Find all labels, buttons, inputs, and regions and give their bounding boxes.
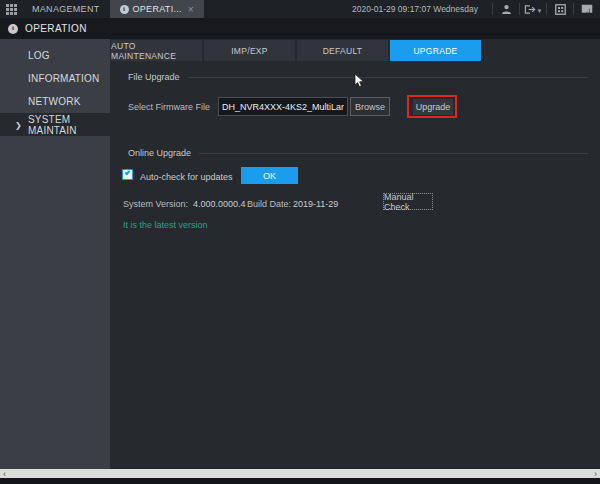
section-title: File Upgrade [128,72,180,82]
tab-upgrade[interactable]: UPGRADE [390,40,481,61]
top-bar: MANAGEMENT i OPERATI... × 2020-01-29 09:… [0,0,600,18]
system-version-label: System Version: [123,199,188,209]
upgrade-button[interactable]: Upgrade [413,99,453,115]
firmware-file-input[interactable] [218,97,348,116]
sidebar-item-network[interactable]: NETWORK [0,90,110,113]
datetime-display: 2020-01-29 09:17:07 Wednesday [352,4,478,14]
keypad-icon[interactable] [547,0,573,18]
top-bar-right: 2020-01-29 09:17:07 Wednesday ▼ [352,0,600,18]
tab-label: UPGRADE [413,46,457,56]
info-icon: i [120,5,129,14]
sidebar-item-label: INFORMATION [28,73,99,84]
online-upgrade-section-header: Online Upgrade [128,148,588,158]
tab-default[interactable]: DEFAULT [297,40,388,61]
grid-glyph [6,4,17,15]
manual-check-label: Manual Check [384,192,432,212]
manual-check-button[interactable]: Manual Check [383,193,433,210]
operation-info-icon: i [8,24,18,34]
section-title: Online Upgrade [128,148,191,158]
sidebar-item-label: LOG [28,50,50,61]
page-header: i OPERATION [0,18,600,39]
upgrade-button-label: Upgrade [416,102,451,112]
divider [199,153,588,154]
page-title: OPERATION [25,23,87,34]
browse-button-label: Browse [355,102,385,112]
tab-operation[interactable]: i OPERATI... × [110,0,204,18]
tab-imp-exp[interactable]: IMP/EXP [204,40,295,61]
ok-button[interactable]: OK [241,167,298,184]
user-icon[interactable] [493,0,519,18]
horizontal-scrollbar[interactable]: ‹ › [0,469,600,478]
close-icon[interactable]: × [188,4,194,15]
sidebar: LOG INFORMATION NETWORK ❯ SYSTEM MAINTAI… [0,39,110,469]
tab-label: DEFAULT [323,46,363,56]
app-window: MANAGEMENT i OPERATI... × 2020-01-29 09:… [0,0,600,484]
apps-grid-icon[interactable] [0,0,22,18]
tab-label: IMP/EXP [231,46,268,56]
sidebar-item-label: NETWORK [28,96,81,107]
ok-button-label: OK [263,171,276,181]
tab-management[interactable]: MANAGEMENT [22,0,110,18]
firmware-file-label: Select Firmware File [128,102,210,112]
sidebar-item-log[interactable]: LOG [0,44,110,67]
browse-button[interactable]: Browse [350,97,390,116]
tab-label: AUTO MAINTENANCE [111,41,202,61]
system-version-value: 4.000.0000.4 [193,199,246,209]
latest-version-status: It is the latest version [123,220,208,230]
main-panel: AUTO MAINTENANCE IMP/EXP DEFAULT UPGRADE… [110,39,600,469]
sidebar-item-information[interactable]: INFORMATION [0,67,110,90]
logout-icon[interactable]: ▼ [520,0,546,18]
screen-switch-icon[interactable] [574,0,600,18]
maintain-tab-bar: AUTO MAINTENANCE IMP/EXP DEFAULT UPGRADE [111,40,481,61]
chevron-right-icon: ❯ [15,120,22,129]
divider [188,77,588,78]
checkmark-icon [125,170,131,176]
build-date-value: 2019-11-29 [293,199,338,209]
chevron-down-icon: ▼ [537,8,543,14]
sidebar-item-label: SYSTEM MAINTAIN [28,114,110,136]
build-date-label: Build Date: [247,199,291,209]
tab-operation-label: OPERATI... [133,4,182,14]
autocheck-label: Auto-check for updates [140,172,233,182]
tab-management-label: MANAGEMENT [32,4,100,14]
mouse-cursor [354,74,365,92]
tab-auto-maintenance[interactable]: AUTO MAINTENANCE [111,40,202,61]
window-bottom-edge [0,478,600,484]
autocheck-checkbox[interactable] [122,169,133,180]
sidebar-item-system-maintain[interactable]: ❯ SYSTEM MAINTAIN [0,113,110,136]
